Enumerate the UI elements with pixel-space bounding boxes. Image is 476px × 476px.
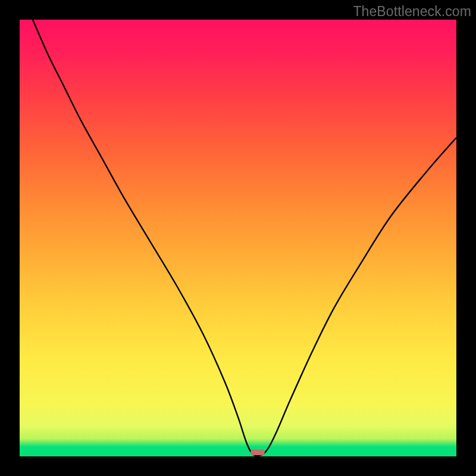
chart-container: TheBottleneck.com	[0, 0, 476, 476]
minimum-marker	[250, 449, 264, 455]
plot-area	[20, 20, 456, 456]
